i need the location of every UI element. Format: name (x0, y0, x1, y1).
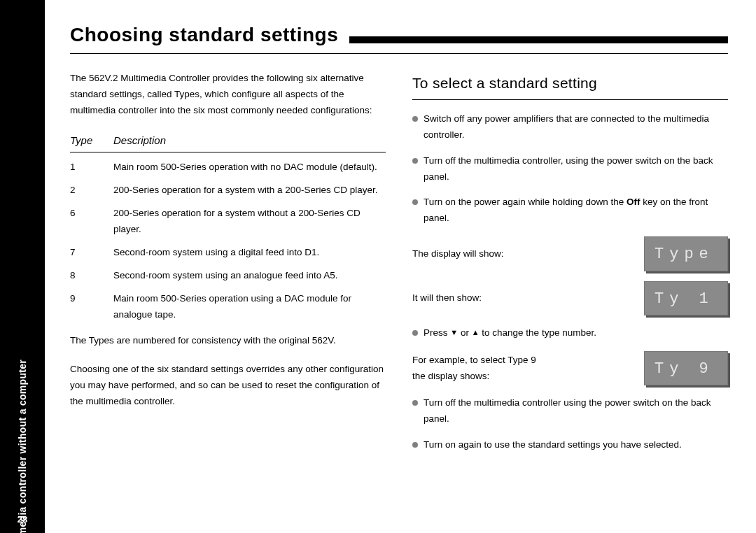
table-row: 6 200-Series operation for a system with… (70, 206, 386, 238)
after-table-note-2: Choosing one of the six standard setting… (70, 362, 386, 410)
step-bullet: Switch off any power amplifiers that are… (412, 111, 728, 143)
down-arrow-icon: ▼ (450, 329, 458, 336)
step-text: Turn on again to use the standard settin… (424, 437, 728, 453)
table-row: 1 Main room 500-Series operation with no… (70, 159, 386, 176)
sub-heading: To select a standard setting (412, 71, 728, 96)
content-area: Choosing standard settings The 562V.2 Mu… (45, 0, 756, 533)
display-label: For example, to select Type 9 the displa… (412, 353, 637, 385)
step-text-pre: Turn on the power again while holding do… (424, 197, 626, 207)
step-text: Turn on the power again while holding do… (424, 194, 728, 227)
step-bullet: Turn on again to use the standard settin… (412, 437, 728, 453)
cell-desc: Second-room system using an analogue fee… (113, 268, 386, 284)
cell-type: 9 (70, 291, 101, 323)
table-row: 9 Main room 500-Series operation using a… (70, 291, 386, 323)
lcd-display: Type (644, 236, 728, 271)
table-header: Type Description (70, 132, 386, 153)
table-row: 8 Second-room system using an analogue f… (70, 268, 386, 284)
bullet-icon (412, 116, 418, 122)
lcd-display: Ty 1 (644, 281, 728, 315)
cell-type: 7 (70, 245, 101, 261)
cell-desc: Main room 500-Series operation using a D… (113, 291, 386, 323)
right-column: To select a standard setting Switch off … (412, 71, 728, 463)
divider (70, 53, 728, 54)
step-text: Press ▼ or ▲ to change the type number. (424, 325, 728, 341)
sub-divider (412, 99, 728, 100)
display-row: It will then show: Ty 1 (412, 281, 728, 315)
page-title: Choosing standard settings (70, 24, 338, 46)
cell-desc: 200-Series operation for a system withou… (113, 206, 386, 238)
manual-page: Configuring the multimedia controller wi… (0, 0, 756, 533)
display-row: For example, to select Type 9 the displa… (412, 351, 728, 385)
sidebar: Configuring the multimedia controller wi… (0, 0, 45, 533)
cell-desc: 200-Series operation for a system with a… (113, 183, 386, 199)
off-key: Off (626, 197, 640, 207)
table-row: 7 Second-room system using a digital fee… (70, 245, 386, 261)
step-bullet: Turn off the multimedia controller using… (412, 395, 728, 427)
bullet-icon (412, 330, 418, 336)
th-type: Type (70, 132, 101, 150)
display-label: The display will show: (412, 246, 637, 262)
bullet-icon (412, 199, 418, 205)
cell-type: 1 (70, 159, 101, 176)
display-label: It will then show: (412, 290, 637, 306)
step-bullet: Press ▼ or ▲ to change the type number. (412, 325, 728, 341)
columns: The 562V.2 Multimedia Controller provide… (70, 71, 728, 463)
th-description: Description (113, 132, 166, 150)
step-text-pre: Press (424, 327, 450, 338)
step-text: Turn off the multimedia controller using… (424, 395, 728, 427)
example-line2: the display shows: (412, 371, 489, 381)
cell-desc: Second-room system using a digital feed … (113, 245, 386, 261)
heading-row: Choosing standard settings (70, 24, 728, 46)
step-text-post: to change the type number. (479, 327, 596, 338)
after-table-note-1: The Types are numbered for consistency w… (70, 333, 386, 349)
example-line1: For example, to select Type 9 (412, 355, 536, 365)
step-text: Turn off the multimedia controller, usin… (424, 153, 728, 185)
heading-rule (349, 36, 728, 43)
bullet-icon (412, 158, 418, 164)
cell-desc: Main room 500-Series operation with no D… (113, 159, 386, 176)
intro-paragraph: The 562V.2 Multimedia Controller provide… (70, 71, 386, 119)
display-row: The display will show: Type (412, 236, 728, 271)
step-text: Switch off any power amplifiers that are… (424, 111, 728, 143)
lcd-display: Ty 9 (644, 351, 728, 385)
step-text-mid: or (458, 327, 472, 338)
section-title: Configuring the multimedia controller wi… (17, 360, 28, 533)
cell-type: 6 (70, 206, 101, 238)
step-bullet: Turn on the power again while holding do… (412, 194, 728, 227)
up-arrow-icon: ▲ (472, 329, 479, 336)
bullet-icon (412, 442, 418, 448)
cell-type: 2 (70, 183, 101, 199)
table-row: 2 200-Series operation for a system with… (70, 183, 386, 199)
cell-type: 8 (70, 268, 101, 284)
page-number: 28 (0, 514, 45, 525)
left-column: The 562V.2 Multimedia Controller provide… (70, 71, 386, 463)
step-bullet: Turn off the multimedia controller, usin… (412, 153, 728, 185)
bullet-icon (412, 400, 418, 406)
